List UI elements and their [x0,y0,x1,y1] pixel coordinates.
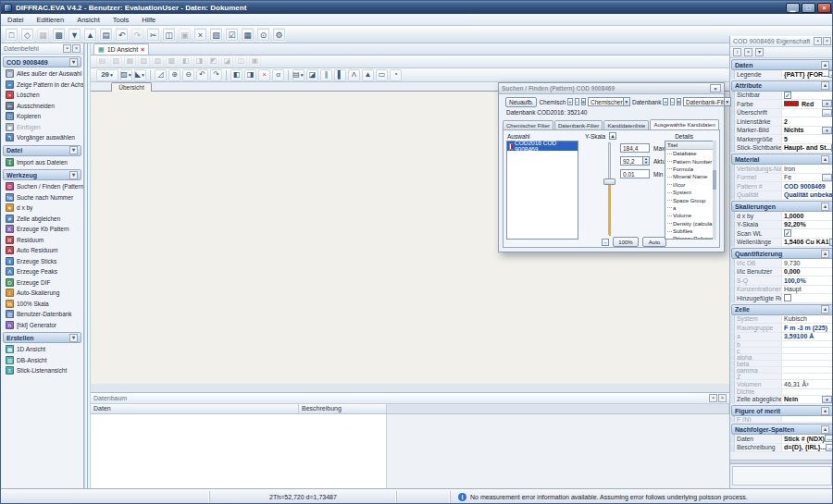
prop-value[interactable]: 3,59100 Å [782,333,833,341]
sidebar-item[interactable]: ↧Import aus Dateien [1,157,83,168]
area-icon[interactable]: ▲ [362,69,374,81]
sort-db-filter-icon[interactable]: ≡ [677,98,681,105]
yskala-slider-thumb[interactable] [603,178,615,185]
close-tab-icon[interactable]: × [141,46,144,53]
prop-section-attribute[interactable]: Attribute▴ [731,80,833,92]
x-axis-mode-button[interactable]: 2θ▼ [96,69,118,81]
grid-view-icon[interactable]: ▦ [241,28,255,42]
ellipsis-icon[interactable]: … [822,174,832,181]
details-column-list[interactable]: Titel DatabasePattern NumberFormulaMiner… [665,141,716,240]
appearance-icon[interactable]: ▨▼ [120,69,132,81]
properties-splitter[interactable] [730,460,833,464]
prop-value[interactable]: F m -3 m (225) [782,324,833,332]
prop-value[interactable] [782,374,833,379]
details-header[interactable]: Titel [665,141,715,150]
field-min-[interactable]: 0,01 [620,169,650,178]
details-item[interactable]: Mineral Name [665,173,715,180]
undo-zoom-icon[interactable]: ↶ [196,69,208,81]
collapse-icon[interactable]: ▴ [821,407,829,415]
spinner-icon[interactable]: ▲▼ [642,157,649,165]
collapse-icon[interactable]: ▴ [821,305,829,313]
align-icon[interactable]: ∥ [320,69,332,81]
select-view-icon[interactable]: ▧ [209,28,223,42]
zoom-out-icon[interactable]: ⊖ [182,69,194,81]
overview-tab[interactable]: Übersicht [111,82,152,92]
undo-icon[interactable]: ↶ [115,28,129,42]
prop-value[interactable]: … [782,109,833,117]
cut-icon[interactable]: ✂ [146,28,160,42]
prop-value[interactable]: 100,0% [782,277,833,285]
sidebar-item[interactable]: ↰Vorgänger auswählen [1,132,83,143]
field-aktuell-[interactable]: 92,2▲▼ [620,156,650,166]
prop-value[interactable] [782,341,833,347]
details-item[interactable]: Space Group [665,196,715,203]
eraser-icon[interactable]: ◔ [390,69,402,81]
prop-value[interactable]: 46,31 Å³ [782,380,833,388]
ellipsis-icon[interactable]: … [822,109,832,117]
remove-db-filter-icon[interactable]: − [670,98,675,105]
remove-icon[interactable]: × [744,48,752,56]
prop-section-skalierungen[interactable]: Skalierungen▴ [731,201,833,212]
section-header-0[interactable]: COD 9008469▾ [3,56,81,68]
sidebar-item[interactable]: ⊙Suchen / Finden (Pattern) [1,181,83,192]
sidebar-item[interactable]: %100% Skala [1,299,83,310]
chevron-down-icon[interactable]: ▼ [822,396,832,403]
ellipsis-icon[interactable]: … [826,444,833,451]
remove-filter-icon[interactable]: − [575,98,579,105]
prop-value[interactable]: COD 9008469 [782,182,833,191]
prop-value[interactable]: 1,5406 Cu KA1▼ [782,239,833,247]
sidebar-item[interactable]: AAuto Residuum [1,245,83,256]
checkbox-icon[interactable]: ✓ [784,229,791,237]
prop-value[interactable]: Fe… [782,174,833,182]
vertical-splitter[interactable] [84,43,91,488]
collapse-icon[interactable]: ▴ [821,61,829,69]
strip-ka2-icon[interactable]: α [272,69,284,81]
prop-section-material[interactable]: Material▴ [731,154,833,165]
section-menu-icon[interactable]: ▾ [69,58,78,67]
dialog-title-bar[interactable]: Suchen / Finden (Pattern) COD 9008469 × [499,83,724,94]
histogram-icon[interactable]: ▌ [334,69,346,81]
prop-value[interactable] [782,416,833,422]
tab-1d-ansicht[interactable]: ▦ 1D Ansicht × [93,43,149,55]
details-item[interactable]: I/Icor [665,181,715,189]
rebuild-button[interactable]: Neuaufb. [505,97,537,107]
prop-section-zelle[interactable]: Zelle▴ [731,304,833,315]
menu-ansicht[interactable]: Ansicht [70,15,106,25]
prop-value[interactable]: Kubisch [782,315,833,324]
remove-scan-icon[interactable]: × [258,69,270,81]
sidebar-item[interactable]: ΛErzeuge Peaks [1,266,83,277]
prop-value[interactable]: Iron [782,165,833,173]
prop-value[interactable]: Haupt- and St...▼ [782,144,833,153]
collapse-icon[interactable]: ▴ [821,203,829,211]
open-icon[interactable]: ◇ [20,28,34,42]
close-button[interactable]: × [817,3,831,13]
details-scrollbar[interactable] [713,141,716,240]
column-daten[interactable]: Daten [91,404,299,413]
sidebar-item[interactable]: KErzeuge Kb Pattern [1,224,83,235]
prop-value[interactable] [782,389,833,395]
user-icon[interactable]: ⊙ [256,28,270,42]
sort-filter-icon[interactable]: ≡ [581,98,586,105]
new-scan-icon[interactable]: ▤▼ [292,69,305,81]
pin-icon[interactable]: ▪ [709,394,717,402]
details-item[interactable]: Volume [665,212,715,219]
redo-zoom-icon[interactable]: ↷ [210,69,222,81]
chevron-down-icon[interactable]: ▼ [822,100,832,107]
prop-value[interactable]: ✓ [782,92,833,100]
export-icon[interactable]: ▲ [83,28,97,42]
sidebar-item[interactable]: ≡Stick-Listenansicht [1,365,83,376]
sidebar-item[interactable]: ≈Zeige Pattern in der Achse [1,80,83,91]
copy-range-icon[interactable]: ◧ [230,69,242,81]
collapse-icon[interactable]: ▴ [821,250,829,258]
section-header-3[interactable]: Erstellen▾ [3,332,81,343]
prop-value[interactable] [782,361,833,366]
merge-icon[interactable]: ◪ [306,69,318,81]
zoom-select-icon[interactable]: ◿ [155,69,167,81]
prop-value[interactable] [782,348,833,353]
maximize-button[interactable]: □ [802,3,815,13]
details-item[interactable]: a [665,204,715,212]
prop-value[interactable]: 2 [782,117,833,126]
prop-value[interactable]: 9,730 [782,259,833,267]
sidebar-item[interactable]: ∗d x by [1,203,83,214]
section-menu-icon[interactable]: ▾ [69,334,78,342]
